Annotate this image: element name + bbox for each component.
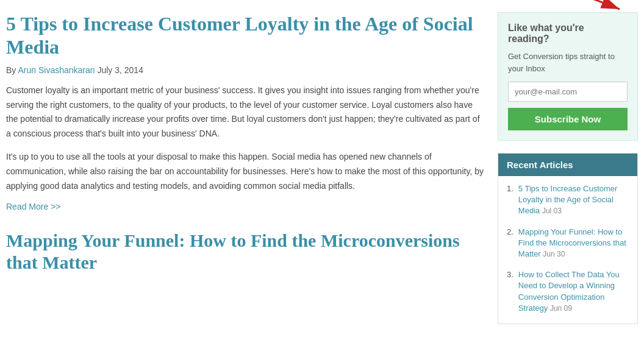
meta-date: July 3, 2014 <box>95 65 143 75</box>
article-2-title: Mapping Your Funnel: How to Find the Mic… <box>6 230 485 274</box>
item-content-3: How to Collect The Data You Need to Deve… <box>518 269 629 314</box>
recent-articles-heading: Recent Articles <box>498 154 637 176</box>
recent-article-item-3: 3. How to Collect The Data You Need to D… <box>507 269 629 314</box>
body-paragraph-2: It's up to you to use all the tools at y… <box>6 150 485 193</box>
article-1-meta: By Arun Sivashankaran July 3, 2014 <box>6 65 485 75</box>
sidebar-subscribe-box: Like what you're reading? Get Conversion… <box>498 12 638 141</box>
subscribe-text: Get Conversion tips straight to your Inb… <box>508 51 628 74</box>
meta-by: By <box>6 65 18 75</box>
recent-article-item-1: 1. 5 Tips to Increase Customer Loyalty i… <box>507 183 629 217</box>
article-1: 5 Tips to Increase Customer Loyalty in t… <box>6 12 485 230</box>
email-input[interactable] <box>508 82 628 102</box>
article-1-body: Customer loyalty is an important metric … <box>6 83 485 194</box>
subscribe-button[interactable]: Subscribe Now <box>508 108 628 130</box>
item-date-2: Jun 30 <box>543 250 565 258</box>
recent-article-item-2: 2. Mapping Your Funnel: How to Find the … <box>507 227 629 260</box>
sidebar: Like what you're reading? Get Conversion… <box>498 12 638 324</box>
sidebar-recent-articles: Recent Articles 1. 5 Tips to Increase Cu… <box>498 153 638 324</box>
read-more-link[interactable]: Read More >> <box>6 202 61 211</box>
recent-article-link-1[interactable]: 5 Tips to Increase Customer Loyalty in t… <box>518 184 618 215</box>
item-num-3: 3. <box>507 269 513 314</box>
item-content-2: Mapping Your Funnel: How to Find the Mic… <box>518 227 629 260</box>
article-2: Mapping Your Funnel: How to Find the Mic… <box>6 230 485 274</box>
item-date-1: Jul 03 <box>542 207 562 215</box>
subscribe-heading: Like what you're reading? <box>508 23 628 44</box>
main-content: 5 Tips to Increase Customer Loyalty in t… <box>6 12 485 324</box>
item-content-1: 5 Tips to Increase Customer Loyalty in t… <box>518 183 629 217</box>
page-wrapper: 5 Tips to Increase Customer Loyalty in t… <box>0 0 644 336</box>
item-num-1: 1. <box>507 183 513 217</box>
recent-article-link-2[interactable]: Mapping Your Funnel: How to Find the Mic… <box>518 227 626 258</box>
item-num-2: 2. <box>507 227 513 260</box>
recent-articles-list: 1. 5 Tips to Increase Customer Loyalty i… <box>498 176 637 324</box>
article-1-title: 5 Tips to Increase Customer Loyalty in t… <box>6 12 485 59</box>
item-date-3: Jun 09 <box>550 304 572 313</box>
body-paragraph-1: Customer loyalty is an important metric … <box>6 83 485 141</box>
author-link[interactable]: Arun Sivashankaran <box>18 65 95 75</box>
